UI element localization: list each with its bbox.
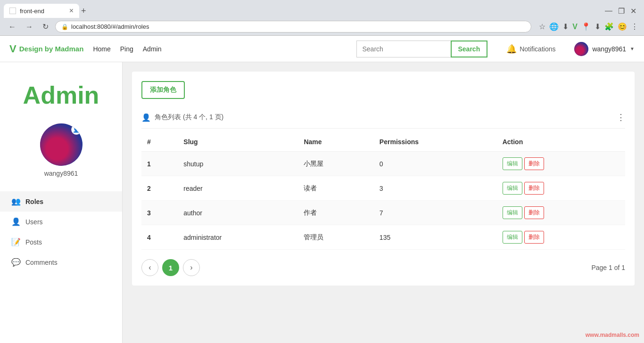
username-label: wangy8961 [592, 45, 626, 53]
tab-close-btn[interactable]: × [69, 7, 74, 15]
ext-icon-3[interactable]: V [572, 23, 578, 31]
edit-button[interactable]: 编辑 [503, 182, 522, 195]
browser-tab[interactable]: front-end × [4, 4, 79, 18]
user-menu[interactable]: wangy8961 ▼ [574, 42, 635, 56]
sidebar-label-posts: Posts [25, 238, 42, 246]
content-area: 添加角色 👤 角色列表 (共 4 个, 1 页) ⋮ # Slug Name P… [123, 62, 644, 343]
cell-permissions: 0 [374, 152, 497, 176]
delete-button[interactable]: 删除 [524, 182, 544, 195]
sidebar-label-comments: Comments [25, 259, 58, 266]
edit-button[interactable]: 编辑 [503, 231, 522, 244]
bookmark-star-icon[interactable]: ☆ [539, 22, 545, 31]
new-tab-button[interactable]: + [81, 6, 86, 16]
main-nav: Home Ping Admin [93, 45, 161, 53]
close-window-button[interactable]: ✕ [630, 7, 636, 16]
sidebar-label-roles: Roles [25, 198, 43, 205]
edit-button[interactable]: 编辑 [503, 157, 522, 170]
sidebar-item-comments[interactable]: 💬 Comments [0, 252, 122, 272]
cell-permissions: 3 [374, 176, 497, 201]
vue-logo: V [9, 43, 17, 55]
col-slug: Slug [178, 132, 298, 152]
ext-icon-2[interactable]: ⬇ [562, 22, 569, 31]
cell-action: 编辑 删除 [497, 225, 625, 250]
cell-slug: author [178, 201, 298, 225]
cell-permissions: 7 [374, 201, 497, 225]
cell-id: 1 [141, 152, 178, 176]
cell-permissions: 135 [374, 225, 497, 250]
url-bar[interactable]: 🔒 localhost:8080/#/admin/roles [55, 21, 531, 33]
posts-icon: 📝 [11, 237, 21, 246]
content-card: 添加角色 👤 角色列表 (共 4 个, 1 页) ⋮ # Slug Name P… [132, 72, 635, 286]
tab-favicon [9, 8, 16, 14]
user-dropdown-arrow: ▼ [630, 46, 635, 51]
user-avatar [574, 42, 588, 56]
sidebar-item-users[interactable]: 👤 Users [0, 212, 122, 232]
cell-name: 读者 [298, 176, 373, 201]
col-permissions: Permissions [374, 132, 497, 152]
minimize-button[interactable]: — [605, 7, 612, 15]
cell-slug: shutup [178, 152, 298, 176]
add-role-button[interactable]: 添加角色 [141, 81, 185, 99]
notifications-area[interactable]: 🔔 Notifications [506, 44, 555, 54]
page-current: 1 [162, 259, 179, 276]
table-row: 2 reader 读者 3 编辑 删除 [141, 176, 625, 201]
menu-icon[interactable]: ⋮ [631, 22, 638, 31]
reload-button[interactable]: ↻ [40, 21, 51, 32]
page-info: Page 1 of 1 [591, 264, 625, 271]
more-options-icon[interactable]: ⋮ [617, 112, 625, 122]
sidebar-label-users: Users [25, 218, 43, 226]
sidebar-item-roles[interactable]: 👥 Roles [0, 191, 122, 212]
cell-name: 管理员 [298, 225, 373, 250]
sidebar-title: Admin [0, 72, 122, 119]
edit-avatar-icon[interactable]: 👤 [71, 124, 82, 135]
sidebar-nav: 👥 Roles 👤 Users 📝 Posts 💬 Comments [0, 191, 122, 272]
main-layout: Admin 👤 wangy8961 👥 Roles 👤 Users 📝 Post… [0, 62, 644, 343]
ext-icon-6[interactable]: 🧩 [604, 22, 614, 31]
back-button[interactable]: ← [6, 22, 19, 32]
ext-icon-5[interactable]: ⬇ [594, 22, 601, 31]
pagination: ‹ 1 › Page 1 of 1 [141, 259, 625, 276]
roles-list-icon: 👤 [141, 113, 151, 122]
forward-button[interactable]: → [23, 22, 36, 32]
sidebar-item-posts[interactable]: 📝 Posts [0, 232, 122, 252]
brand-text: Design by Madman [19, 45, 84, 53]
ext-icon-1[interactable]: 🌐 [549, 22, 559, 31]
delete-button[interactable]: 删除 [524, 157, 544, 170]
sidebar: Admin 👤 wangy8961 👥 Roles 👤 Users 📝 Post… [0, 62, 123, 343]
roles-table: # Slug Name Permissions Action 1 shutup … [141, 132, 625, 250]
url-text: localhost:8080/#/admin/roles [71, 23, 525, 30]
brand-logo[interactable]: V Design by Madman [9, 43, 83, 55]
cell-action: 编辑 删除 [497, 152, 625, 176]
ext-icon-4[interactable]: 📍 [581, 22, 591, 31]
bell-icon: 🔔 [506, 44, 517, 54]
col-id: # [141, 132, 178, 152]
nav-ping[interactable]: Ping [120, 45, 133, 53]
app-navbar: V Design by Madman Home Ping Admin Searc… [0, 36, 644, 62]
delete-button[interactable]: 删除 [524, 206, 544, 219]
sidebar-username: wangy8961 [44, 170, 78, 177]
search-button[interactable]: Search [451, 41, 488, 57]
search-input[interactable] [356, 41, 451, 57]
ext-icon-7[interactable]: 😊 [618, 22, 627, 31]
delete-button[interactable]: 删除 [524, 231, 544, 244]
cell-id: 3 [141, 201, 178, 225]
nav-admin[interactable]: Admin [143, 45, 162, 53]
tab-title: front-end [20, 8, 44, 15]
table-row: 1 shutup 小黑屋 0 编辑 删除 [141, 152, 625, 176]
cell-id: 2 [141, 176, 178, 201]
roles-list-text: 角色列表 (共 4 个, 1 页) [155, 113, 223, 122]
cell-name: 作者 [298, 201, 373, 225]
maximize-button[interactable]: ❐ [618, 7, 625, 16]
lock-icon: 🔒 [61, 24, 68, 30]
cell-action: 编辑 删除 [497, 176, 625, 201]
sidebar-avatar: 👤 [40, 123, 83, 166]
col-action: Action [497, 132, 625, 152]
page-next-button[interactable]: › [183, 259, 200, 276]
users-icon: 👤 [11, 217, 21, 226]
cell-slug: reader [178, 176, 298, 201]
table-row: 4 administrator 管理员 135 编辑 删除 [141, 225, 625, 250]
nav-home[interactable]: Home [93, 45, 110, 53]
col-name: Name [298, 132, 373, 152]
edit-button[interactable]: 编辑 [503, 206, 522, 219]
page-prev-button[interactable]: ‹ [141, 259, 158, 276]
